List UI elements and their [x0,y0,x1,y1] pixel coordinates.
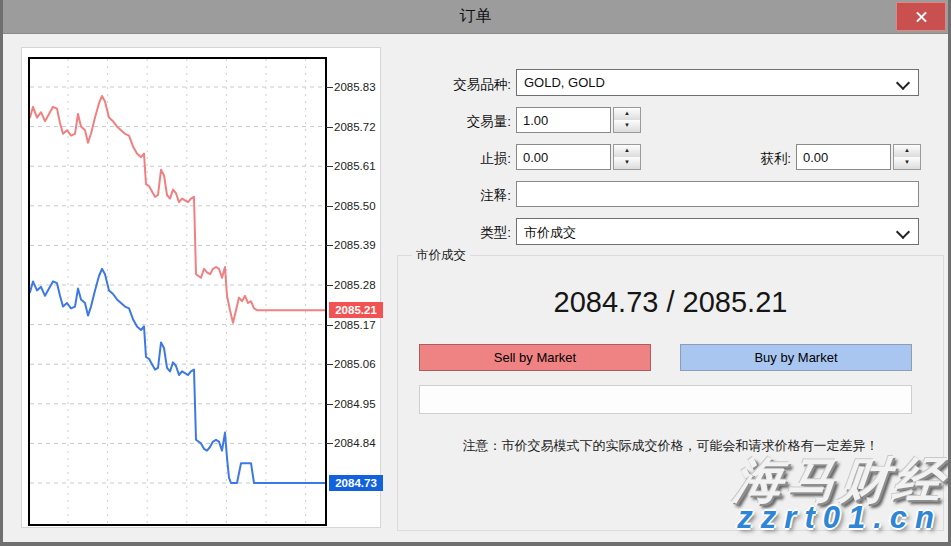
close-button[interactable] [896,2,946,31]
order-type-select[interactable]: 市价成交 [516,218,919,245]
y-axis-tick-mark [326,404,333,405]
y-axis-tick-mark [326,245,333,246]
ask-price-badge: 2085.21 [329,302,383,318]
y-axis-tick-mark [326,166,333,167]
group-title: 市价成交 [412,247,470,264]
bid-price-badge: 2084.73 [329,475,383,491]
y-axis-tick-mark [326,206,333,207]
y-axis-tick-label: 2085.50 [334,200,386,212]
arrow-down-icon: ▼ [614,157,640,168]
chevron-down-icon [896,76,910,90]
takeprofit-input[interactable] [796,144,891,170]
volume-spin-buttons: ▲ ▼ [613,107,641,133]
arrow-up-icon: ▲ [894,145,920,156]
tick-chart-svg [30,59,325,524]
y-axis-tick-label: 2085.28 [334,279,386,291]
y-axis-tick-mark [326,87,333,88]
y-axis-tick-label: 2084.95 [334,398,386,410]
titlebar: 订单 [3,0,948,34]
type-label: 类型: [401,224,511,242]
arrow-down-icon: ▼ [894,157,920,168]
y-axis-tick-mark [326,364,333,365]
y-axis-tick-label: 2085.39 [334,239,386,251]
arrow-down-icon: ▼ [614,120,640,131]
takeprofit-spinner: ▲ ▼ [796,144,921,170]
comment-label: 注释: [401,187,511,205]
y-axis-tick-mark [326,325,333,326]
volume-label: 交易量: [401,113,511,131]
stoploss-label: 止损: [401,150,511,168]
takeprofit-decrease-button[interactable]: ▼ [894,157,920,169]
takeprofit-label: 获利: [681,150,791,168]
y-axis-tick-mark [326,127,333,128]
y-axis-tick-mark [326,443,333,444]
tick-chart-panel: 2085.832085.722085.612085.502085.392085.… [21,47,381,528]
y-axis-tick-label: 2085.17 [334,319,386,331]
dialog-title: 订单 [3,6,948,27]
y-axis-tick-label: 2085.83 [334,81,386,93]
volume-input[interactable] [516,107,611,133]
y-axis-tick-label: 2085.72 [334,121,386,133]
takeprofit-spin-buttons: ▲ ▼ [893,144,921,170]
stoploss-spin-buttons: ▲ ▼ [613,144,641,170]
volume-decrease-button[interactable]: ▼ [614,120,640,132]
symbol-value: GOLD, GOLD [524,75,605,90]
symbol-label: 交易品种: [401,76,511,94]
arrow-up-icon: ▲ [614,108,640,119]
stoploss-spinner: ▲ ▼ [516,144,641,170]
y-axis-tick-label: 2085.61 [334,160,386,172]
stoploss-input[interactable] [516,144,611,170]
arrow-up-icon: ▲ [614,145,640,156]
chevron-down-icon [896,225,910,239]
volume-spinner: ▲ ▼ [516,107,641,133]
close-icon [915,10,928,23]
stoploss-decrease-button[interactable]: ▼ [614,157,640,169]
sell-by-market-button[interactable]: Sell by Market [419,344,651,371]
y-axis-tick-label: 2084.84 [334,437,386,449]
buy-by-market-button[interactable]: Buy by Market [680,344,912,371]
watermark-site: zzrt01.cn [737,500,942,536]
execution-progress-box [419,385,912,414]
order-type-value: 市价成交 [524,224,576,242]
tick-chart [28,57,327,526]
order-dialog: 订单 2085.832085.722085.612085.502085.3920… [0,0,951,546]
y-axis-tick-label: 2085.06 [334,358,386,370]
bid-ask-quote: 2084.73 / 2085.21 [398,286,943,319]
symbol-select[interactable]: GOLD, GOLD [516,69,919,96]
y-axis-tick-mark [326,285,333,286]
comment-input[interactable] [516,181,919,207]
